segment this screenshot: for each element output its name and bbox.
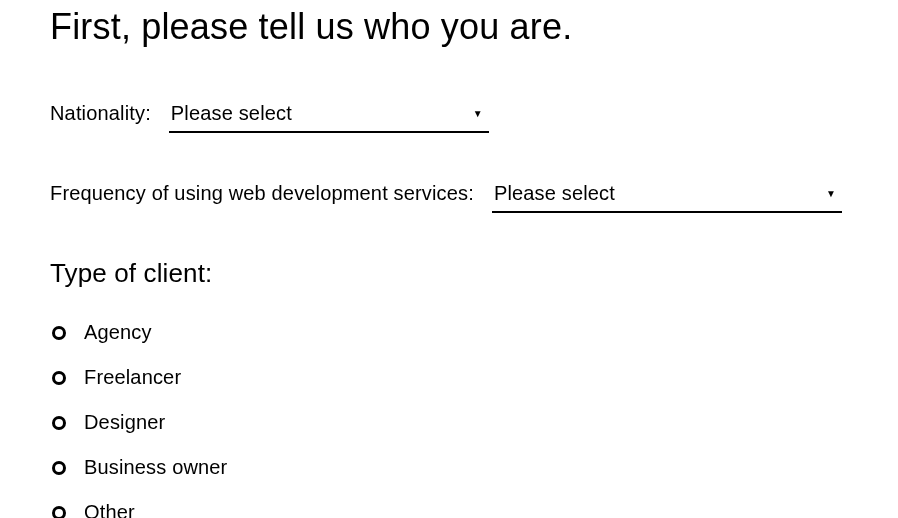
client-type-option[interactable]: Designer <box>52 411 848 434</box>
client-type-option[interactable]: Other <box>52 501 848 518</box>
client-type-option[interactable]: Agency <box>52 321 848 344</box>
client-type-option[interactable]: Business owner <box>52 456 848 479</box>
client-type-heading: Type of client: <box>50 258 848 289</box>
radio-icon <box>52 326 66 340</box>
frequency-selected-value: Please select <box>494 182 615 205</box>
frequency-label: Frequency of using web development servi… <box>50 179 474 207</box>
client-type-radio-group: Agency Freelancer Designer Business owne… <box>52 321 848 518</box>
chevron-down-icon: ▼ <box>826 189 836 199</box>
radio-option-label: Freelancer <box>84 366 181 389</box>
nationality-field: Nationality: Please select ▼ <box>50 98 848 133</box>
nationality-select[interactable]: Please select ▼ <box>169 98 489 133</box>
frequency-select[interactable]: Please select ▼ <box>492 178 842 213</box>
radio-icon <box>52 371 66 385</box>
radio-icon <box>52 416 66 430</box>
radio-icon <box>52 506 66 519</box>
frequency-field: Frequency of using web development servi… <box>50 178 848 213</box>
radio-option-label: Business owner <box>84 456 227 479</box>
radio-option-label: Designer <box>84 411 165 434</box>
nationality-selected-value: Please select <box>171 102 292 125</box>
radio-option-label: Agency <box>84 321 152 344</box>
page-heading: First, please tell us who you are. <box>50 6 848 48</box>
chevron-down-icon: ▼ <box>473 109 483 119</box>
nationality-label: Nationality: <box>50 99 151 127</box>
radio-icon <box>52 461 66 475</box>
client-type-option[interactable]: Freelancer <box>52 366 848 389</box>
radio-option-label: Other <box>84 501 135 518</box>
